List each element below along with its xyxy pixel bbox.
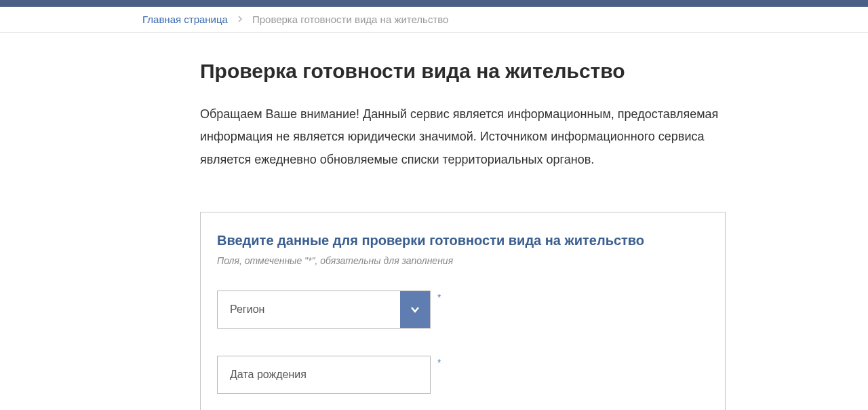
breadcrumb: Главная страница Проверка готовности вид…: [47, 14, 821, 25]
form-box: Введите данные для проверки готовности в…: [200, 212, 726, 410]
region-row: Регион *: [217, 291, 709, 329]
main-content: Проверка готовности вида на жительство О…: [200, 60, 726, 410]
content: Проверка готовности вида на жительство О…: [47, 60, 821, 410]
birthdate-row: *: [217, 356, 709, 394]
form-title: Введите данные для проверки готовности в…: [217, 233, 709, 248]
form-hint: Поля, отмеченные "*", обязательны для за…: [217, 255, 709, 266]
breadcrumb-current: Проверка готовности вида на жительство: [252, 14, 449, 25]
breadcrumb-home-link[interactable]: Главная страница: [142, 14, 228, 25]
page-title: Проверка готовности вида на жительство: [200, 60, 726, 83]
region-select-button[interactable]: [400, 291, 430, 328]
region-select[interactable]: Регион: [217, 291, 431, 329]
header-bar: [0, 0, 868, 7]
birthdate-input[interactable]: [217, 356, 431, 394]
region-required-mark: *: [437, 292, 441, 303]
birthdate-required-mark: *: [437, 357, 441, 368]
region-select-label: Регион: [218, 291, 400, 328]
breadcrumb-container: Главная страница Проверка готовности вид…: [0, 7, 868, 33]
chevron-down-icon: [410, 305, 420, 314]
chevron-right-icon: [237, 15, 243, 24]
intro-text: Обращаем Ваше внимание! Данный сервис яв…: [200, 103, 726, 171]
